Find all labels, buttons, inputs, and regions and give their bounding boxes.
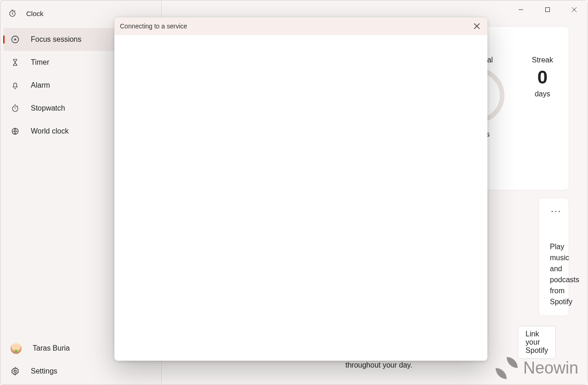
modal-header: Connecting to a service	[114, 17, 487, 35]
user-name: Taras Buria	[33, 344, 70, 352]
watermark-text: Neowin	[523, 358, 578, 378]
spotify-description: Play music and podcasts from Spotify	[550, 241, 558, 307]
sidebar-item-label: Focus sessions	[31, 35, 81, 44]
sidebar-item-label: Timer	[31, 58, 49, 67]
streak-unit: days	[532, 90, 553, 98]
link-spotify-button[interactable]: Link your Spotify	[518, 326, 556, 359]
close-button[interactable]	[561, 0, 588, 19]
maximize-button[interactable]	[534, 0, 561, 19]
neowin-logo-icon	[496, 357, 518, 379]
svg-rect-7	[546, 8, 550, 12]
stopwatch-icon	[11, 104, 20, 112]
watermark: Neowin	[496, 357, 578, 379]
sidebar-item-label: World clock	[31, 127, 68, 135]
clock-app-icon	[8, 9, 17, 17]
avatar	[11, 343, 22, 354]
more-button[interactable]: ···	[551, 206, 561, 216]
window-controls	[508, 0, 588, 19]
bell-icon	[11, 81, 20, 89]
svg-point-6	[14, 370, 17, 373]
focus-icon	[11, 35, 20, 44]
hourglass-icon	[11, 58, 20, 67]
modal-body	[114, 35, 487, 361]
globe-icon	[11, 127, 20, 135]
modal-close-button[interactable]	[472, 21, 482, 31]
streak-label: Streak	[532, 56, 553, 64]
minimize-button[interactable]	[508, 0, 534, 19]
sidebar-item-label: Stopwatch	[31, 104, 65, 112]
app-title: Clock	[26, 10, 44, 17]
spotify-card: ··· Play music and podcasts from Spotify…	[538, 198, 569, 316]
hint-text: throughout your day.	[345, 361, 413, 369]
sidebar-item-label: Alarm	[31, 81, 50, 89]
streak-value: 0	[532, 66, 553, 88]
service-connect-modal: Connecting to a service	[114, 17, 487, 361]
settings-label: Settings	[31, 367, 57, 375]
sidebar-item-settings[interactable]: Settings	[3, 360, 158, 383]
modal-title: Connecting to a service	[120, 22, 187, 30]
gear-icon	[11, 367, 20, 376]
